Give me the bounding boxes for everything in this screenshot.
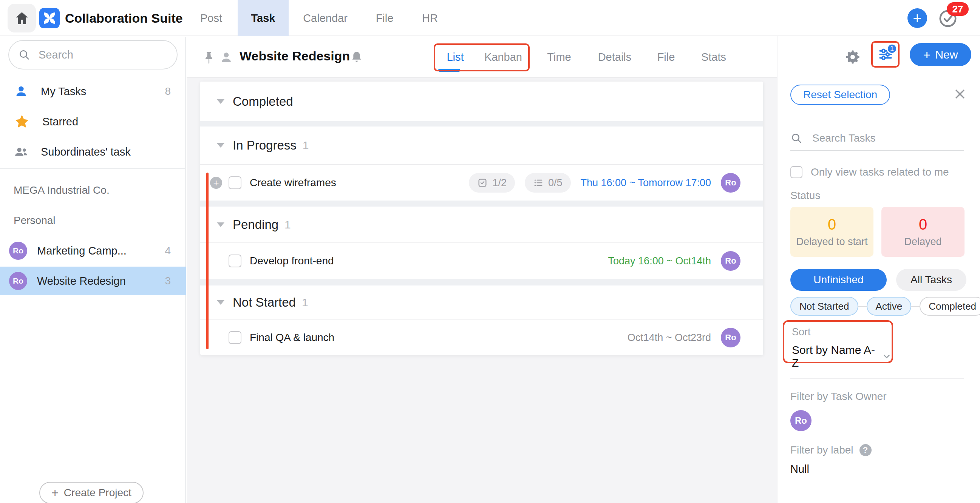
plus-icon: + bbox=[913, 11, 921, 26]
task-row-final-qa-launch[interactable]: Final QA & launch Oct14th ~ Oct23rd Ro bbox=[200, 319, 763, 355]
section-separator bbox=[200, 200, 763, 206]
person-icon bbox=[14, 84, 29, 99]
gear-icon[interactable] bbox=[845, 49, 861, 65]
delayed-card[interactable]: 0 Delayed bbox=[881, 207, 964, 257]
task-checkbox[interactable] bbox=[229, 331, 242, 344]
panel-search-input[interactable] bbox=[812, 132, 948, 144]
task-title[interactable]: Create wireframes bbox=[250, 177, 336, 189]
avatar[interactable]: Ro bbox=[721, 328, 740, 347]
status-pill-active[interactable]: Active bbox=[867, 297, 912, 316]
new-task-button[interactable]: + New bbox=[910, 43, 971, 66]
close-icon[interactable] bbox=[953, 87, 966, 100]
sidebar-item-subordinates-task[interactable]: Subordinates' task bbox=[0, 138, 186, 166]
view-tab-time[interactable]: Time bbox=[544, 37, 574, 77]
project-label: Marketing Camp... bbox=[37, 245, 127, 257]
search-icon bbox=[790, 132, 802, 144]
sidebar-section-org: MEGA Industrial Co. bbox=[14, 184, 110, 196]
task-title[interactable]: Develop front-end bbox=[250, 255, 334, 267]
help-icon[interactable]: ? bbox=[859, 444, 872, 456]
task-row-develop-front-end[interactable]: Develop front-end Today 16:00 ~ Oct14th … bbox=[200, 243, 763, 279]
top-tab-post[interactable]: Post bbox=[196, 0, 226, 36]
delayed-to-start-label: Delayed to start bbox=[796, 236, 867, 248]
group-header-completed[interactable]: Completed bbox=[200, 82, 763, 121]
only-related-checkbox-row[interactable]: Only view tasks related to me bbox=[790, 166, 949, 178]
section-separator bbox=[200, 279, 763, 286]
pill-connector bbox=[911, 306, 920, 307]
project-count: 3 bbox=[165, 275, 171, 287]
status-pill-not-started[interactable]: Not Started bbox=[790, 297, 858, 316]
sidebar-item-count: 8 bbox=[165, 85, 171, 97]
all-tasks-filter-pill[interactable]: All Tasks bbox=[896, 269, 966, 291]
app-title: Collaboration Suite bbox=[65, 0, 183, 36]
sidebar-project-marketing-campaign[interactable]: Ro Marketing Camp... 4 bbox=[0, 236, 186, 265]
panel-divider bbox=[790, 378, 964, 379]
top-tab-task[interactable]: Task bbox=[238, 0, 289, 36]
plus-icon: + bbox=[923, 48, 931, 61]
avatar: Ro bbox=[9, 272, 27, 290]
sidebar-search-input[interactable] bbox=[38, 49, 163, 61]
status-pill-group: Not Started Active Completed bbox=[790, 297, 968, 316]
checklist-progress-badge[interactable]: 0/5 bbox=[525, 173, 571, 193]
create-project-button[interactable]: + Create Project bbox=[39, 482, 143, 503]
app-logo-icon bbox=[39, 8, 60, 28]
avatar[interactable]: Ro bbox=[721, 173, 740, 193]
task-title[interactable]: Final QA & launch bbox=[250, 332, 334, 344]
only-related-label: Only view tasks related to me bbox=[811, 166, 949, 178]
unfinished-filter-pill[interactable]: Unfinished bbox=[790, 269, 887, 291]
delayed-label: Delayed bbox=[904, 236, 942, 248]
section-separator bbox=[200, 121, 763, 127]
reset-selection-button[interactable]: Reset Selection bbox=[790, 84, 890, 105]
status-pill-completed[interactable]: Completed bbox=[920, 297, 980, 316]
task-due-date[interactable]: Thu 16:00 ~ Tomorrow 17:00 bbox=[581, 177, 711, 189]
label-filter-value[interactable]: Null bbox=[790, 463, 809, 475]
group-count: 1 bbox=[302, 296, 308, 309]
sidebar-section-personal: Personal bbox=[14, 214, 56, 227]
view-tab-details[interactable]: Details bbox=[596, 37, 633, 77]
pin-icon[interactable] bbox=[202, 51, 215, 65]
sidebar-divider bbox=[0, 168, 185, 169]
filter-panel: 1 + New Reset Selection Only view tasks … bbox=[777, 36, 980, 503]
top-tab-calendar[interactable]: Calendar bbox=[301, 0, 350, 36]
delayed-to-start-card[interactable]: 0 Delayed to start bbox=[790, 207, 873, 257]
view-tab-kanban[interactable]: Kanban bbox=[484, 37, 522, 77]
group-header-in-progress[interactable]: In Progress 1 bbox=[200, 127, 763, 164]
add-subtask-icon[interactable]: + bbox=[210, 177, 222, 189]
task-checkbox[interactable] bbox=[229, 254, 242, 267]
sidebar-item-starred[interactable]: Starred bbox=[0, 108, 186, 136]
top-tab-file[interactable]: File bbox=[369, 0, 400, 36]
member-icon[interactable] bbox=[219, 50, 234, 65]
sort-dropdown[interactable]: Sort by Name A-Z bbox=[792, 344, 892, 369]
filter-settings-button[interactable]: 1 bbox=[871, 41, 899, 68]
avatar[interactable]: Ro bbox=[721, 251, 740, 271]
search-icon bbox=[18, 49, 30, 61]
group-header-not-started[interactable]: Not Started 1 bbox=[200, 286, 763, 319]
only-related-checkbox[interactable] bbox=[790, 166, 802, 178]
group-header-pending[interactable]: Pending 1 bbox=[200, 206, 763, 243]
delayed-count: 0 bbox=[919, 216, 927, 233]
home-button[interactable] bbox=[8, 4, 36, 32]
label-filter-row: Filter by label ? bbox=[790, 444, 872, 456]
sidebar-item-my-tasks[interactable]: My Tasks 8 bbox=[0, 78, 186, 105]
chevron-down-icon bbox=[882, 352, 892, 362]
bell-icon[interactable] bbox=[350, 49, 363, 65]
task-checkbox[interactable] bbox=[229, 176, 242, 189]
create-project-label: Create Project bbox=[64, 487, 132, 499]
task-due-date[interactable]: Today 16:00 ~ Oct14th bbox=[608, 255, 711, 267]
sidebar-search-box[interactable] bbox=[8, 40, 178, 70]
view-tab-file[interactable]: File bbox=[651, 37, 681, 77]
top-bar: Collaboration Suite Post Task Calendar F… bbox=[0, 0, 980, 36]
group-count: 1 bbox=[285, 218, 291, 231]
sidebar-project-website-redesign[interactable]: Ro Website Redesign 3 bbox=[0, 267, 186, 295]
selection-indicator-line bbox=[206, 173, 208, 349]
panel-search-box[interactable] bbox=[790, 126, 964, 151]
view-tab-stats[interactable]: Stats bbox=[695, 37, 733, 77]
task-row-create-wireframes[interactable]: + Create wireframes 1/2 bbox=[200, 164, 763, 200]
subtask-progress-value: 1/2 bbox=[492, 177, 507, 189]
global-add-button[interactable]: + bbox=[907, 8, 927, 28]
owner-avatar[interactable]: Ro bbox=[790, 410, 811, 431]
group-count: 1 bbox=[302, 139, 309, 152]
top-tab-hr[interactable]: HR bbox=[415, 0, 445, 36]
subtask-progress-badge[interactable]: 1/2 bbox=[469, 173, 515, 193]
task-due-date[interactable]: Oct14th ~ Oct23rd bbox=[627, 332, 711, 344]
checklist-progress-value: 0/5 bbox=[548, 177, 563, 189]
